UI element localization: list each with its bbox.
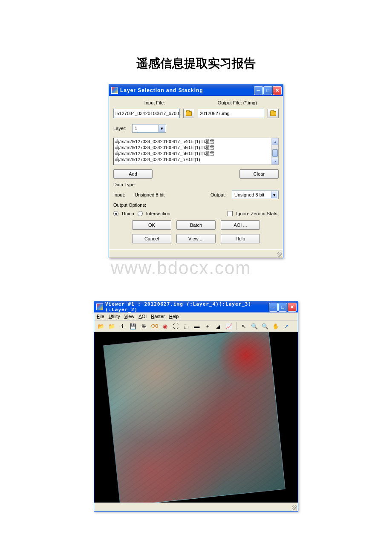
app-icon bbox=[96, 304, 103, 310]
output-options-label: Output Options: bbox=[113, 202, 279, 208]
fit-icon[interactable]: ⛶ bbox=[171, 322, 180, 330]
pan-icon[interactable]: ✋ bbox=[271, 322, 280, 330]
list-item[interactable]: 莉/rs/tm/l5127034_03420100617_b60.tif(1) … bbox=[115, 151, 277, 157]
window-title: Layer Selection and Stacking bbox=[120, 87, 254, 93]
print-icon[interactable]: 🖶 bbox=[139, 322, 148, 330]
pointer-icon[interactable]: ↖ bbox=[239, 322, 248, 330]
statusbar bbox=[94, 503, 298, 511]
statusbar bbox=[109, 249, 283, 258]
minus-icon[interactable]: ▬ bbox=[193, 322, 201, 330]
zoom-in-icon[interactable]: 🔍 bbox=[250, 322, 259, 330]
output-dt-combo[interactable]: Unsigned 8 bit ▾ bbox=[232, 191, 279, 199]
help-button[interactable]: Help bbox=[221, 234, 260, 243]
menu-view[interactable]: View bbox=[124, 314, 135, 319]
folder-icon bbox=[270, 111, 276, 116]
resize-grip[interactable] bbox=[292, 505, 297, 510]
list-item[interactable]: 莉/rs/tm/l5127034_03420100617_b50.tif(1) … bbox=[115, 145, 277, 151]
maximize-button[interactable]: □ bbox=[278, 303, 287, 312]
list-item[interactable]: 莉/rs/tm/l5127034_03420100617_b70.tif(1) bbox=[115, 157, 277, 163]
batch-button[interactable]: Batch bbox=[176, 220, 216, 230]
ignore-zero-label: Ignore Zero in Stats. bbox=[236, 211, 279, 216]
output-browse-button[interactable] bbox=[268, 109, 279, 118]
output-file-field[interactable]: 20120627.img bbox=[198, 109, 264, 118]
minimize-button[interactable]: ─ bbox=[269, 303, 278, 312]
layer-listbox[interactable]: 莉/rs/tm/l5127034_03420100617_b40.tif(1) … bbox=[113, 138, 279, 165]
cancel-button[interactable]: Cancel bbox=[132, 234, 171, 243]
resize-grip[interactable] bbox=[277, 252, 282, 257]
input-dt-label: Input: bbox=[113, 192, 130, 197]
scroll-down-icon[interactable]: ▾ bbox=[272, 158, 278, 165]
erase-icon[interactable]: ⌫ bbox=[150, 322, 159, 330]
titlebar: Layer Selection and Stacking ─ □ ✕ bbox=[109, 85, 283, 96]
intersection-radio[interactable] bbox=[138, 211, 143, 216]
ok-button[interactable]: OK bbox=[132, 220, 171, 230]
layer-label: Layer: bbox=[113, 126, 129, 131]
scroll-thumb[interactable] bbox=[272, 149, 278, 157]
layer-value: 1 bbox=[133, 126, 159, 131]
layer-stacking-dialog: Layer Selection and Stacking ─ □ ✕ Input… bbox=[109, 84, 283, 258]
scroll-up-icon[interactable]: ▴ bbox=[272, 138, 278, 145]
output-dt-label: Output: bbox=[210, 192, 227, 197]
toolbar: 📂 📁 ℹ 💾 🖶 ⌫ ◉ ⛶ ⬚ ▬ ＋ ◢ 📈 ↖ 🔍 🔍 ✋ ↗ bbox=[94, 321, 298, 332]
data-type-label: Data Type: bbox=[113, 182, 279, 187]
output-dt-value: Unsigned 8 bit bbox=[233, 192, 271, 197]
roam-icon[interactable]: ↗ bbox=[282, 322, 291, 330]
view-button[interactable]: View ... bbox=[176, 234, 216, 243]
viewer-window: Viewer #1 : 20120627.img (:Layer_4)(:Lay… bbox=[94, 301, 298, 512]
app-icon bbox=[111, 87, 118, 94]
menubar: FFileile Utility View AOI Raster Help bbox=[94, 312, 298, 321]
save-icon[interactable]: 💾 bbox=[129, 322, 137, 330]
aoi-button[interactable]: AOI ... bbox=[221, 220, 260, 230]
union-radio[interactable] bbox=[113, 211, 118, 216]
menu-aoi[interactable]: AOI bbox=[138, 314, 147, 319]
satellite-image bbox=[103, 332, 285, 503]
chevron-down-icon: ▾ bbox=[159, 125, 165, 132]
window-title: Viewer #1 : 20120627.img (:Layer_4)(:Lay… bbox=[105, 301, 269, 312]
menu-help[interactable]: Help bbox=[169, 314, 179, 319]
ignore-zero-checkbox[interactable] bbox=[228, 211, 233, 216]
close-button[interactable]: ✕ bbox=[273, 86, 282, 95]
union-label: Union bbox=[122, 211, 134, 216]
clear-button[interactable]: Clear bbox=[239, 169, 279, 179]
info-icon[interactable]: ℹ bbox=[118, 322, 127, 330]
layer-combo[interactable]: 1 ▾ bbox=[132, 124, 166, 133]
viewer-canvas[interactable] bbox=[94, 332, 298, 503]
extent-icon[interactable]: ⬚ bbox=[182, 322, 190, 330]
close-layer-icon[interactable]: 📁 bbox=[107, 322, 116, 330]
minimize-button[interactable]: ─ bbox=[254, 86, 263, 95]
menu-utility[interactable]: Utility bbox=[109, 314, 120, 319]
watermark: www.bdocx.com bbox=[111, 258, 251, 278]
open-icon[interactable]: 📂 bbox=[97, 322, 105, 330]
input-browse-button[interactable] bbox=[183, 109, 194, 118]
menu-file[interactable]: FFileile bbox=[97, 314, 104, 319]
close-button[interactable]: ✕ bbox=[288, 303, 297, 312]
scroll-track[interactable] bbox=[272, 145, 278, 158]
output-file-label: Output File: (*.img) bbox=[196, 100, 279, 105]
intersection-label: Intersection bbox=[146, 211, 170, 216]
list-item[interactable]: 莉/rs/tm/l5127034_03420100617_b40.tif(1) … bbox=[115, 139, 277, 145]
menu-raster[interactable]: Raster bbox=[151, 314, 164, 319]
input-dt-value: Unsigned 8 bit bbox=[135, 192, 205, 197]
page-title: 遥感信息提取实习报告 bbox=[0, 55, 392, 72]
titlebar: Viewer #1 : 20120627.img (:Layer_4)(:Lay… bbox=[94, 301, 298, 312]
plus-icon[interactable]: ＋ bbox=[203, 322, 212, 330]
separator bbox=[236, 322, 236, 330]
folder-icon bbox=[186, 111, 192, 116]
target-icon[interactable]: ◉ bbox=[161, 322, 169, 330]
chevron-down-icon: ▾ bbox=[271, 191, 277, 198]
input-file-label: Input File: bbox=[113, 100, 196, 105]
add-button[interactable]: Add bbox=[113, 169, 153, 179]
measure-icon[interactable]: ◢ bbox=[214, 322, 222, 330]
scrollbar[interactable]: ▴ ▾ bbox=[271, 138, 278, 165]
maximize-button[interactable]: □ bbox=[263, 86, 272, 95]
zoom-out-icon[interactable]: 🔍 bbox=[261, 322, 269, 330]
profile-icon[interactable]: 📈 bbox=[225, 322, 233, 330]
input-file-field[interactable]: l5127034_03420100617_b70.tif bbox=[113, 109, 180, 118]
